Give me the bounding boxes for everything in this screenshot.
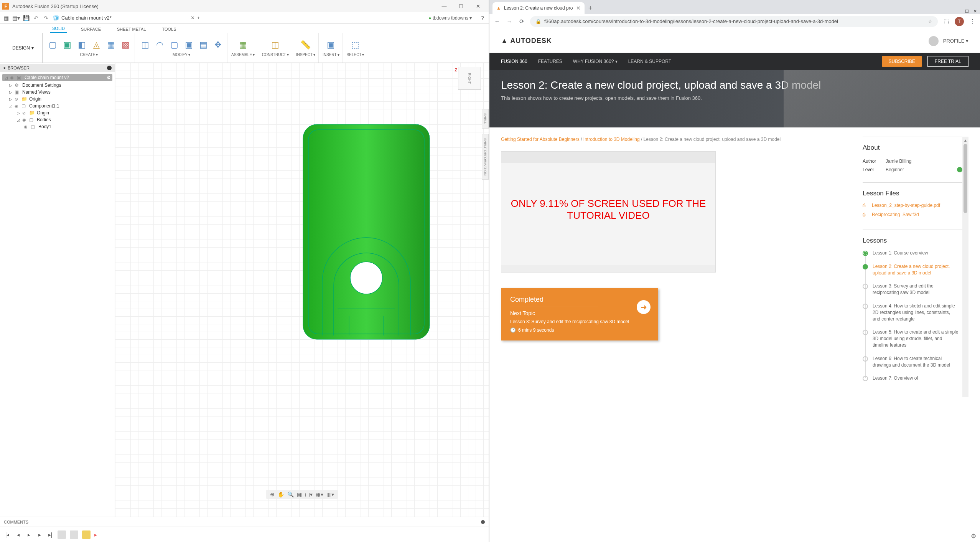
viewport[interactable]: Z RIGHT SHELL SHELF DEFORMATION ⊕ ✋ 🔍 bbox=[115, 63, 489, 517]
lesson-item[interactable]: Lesson 6: How to create technical drawin… bbox=[863, 355, 959, 368]
move-icon[interactable]: ✥ bbox=[212, 39, 224, 51]
profile-dropdown[interactable]: PROFILE ▾ bbox=[943, 38, 968, 44]
shell-icon[interactable]: ▢ bbox=[168, 39, 180, 51]
pan-icon[interactable]: ✋ bbox=[278, 491, 284, 497]
lesson-item[interactable]: Lesson 2: Create a new cloud project, up… bbox=[863, 263, 959, 276]
scroll-thumb[interactable] bbox=[964, 144, 967, 213]
ribbon-tab-surface[interactable]: SURFACE bbox=[79, 25, 103, 33]
ribbon-group-modify[interactable]: MODIFY ▾ bbox=[173, 53, 190, 57]
ribbon-group-create[interactable]: CREATE ▾ bbox=[80, 53, 98, 57]
side-tab-deform[interactable]: SHELF DEFORMATION bbox=[482, 134, 489, 180]
subscribe-button[interactable]: SUBSCRIBE bbox=[882, 56, 922, 67]
url-field[interactable]: 🔒 f360ap.autodesk.com/courses/introducti… bbox=[530, 16, 938, 27]
box-icon[interactable]: ▩ bbox=[119, 39, 132, 51]
next-arrow-icon[interactable]: ➜ bbox=[637, 300, 651, 314]
fit-icon[interactable]: ▦ bbox=[297, 491, 302, 497]
nav-features[interactable]: FEATURES bbox=[538, 59, 562, 64]
lesson-item[interactable]: Lesson 4: How to sketch and edit simple … bbox=[863, 303, 959, 322]
tree-bodies[interactable]: ◿◉▢Bodies bbox=[0, 116, 115, 123]
timeline-feature-3[interactable] bbox=[82, 530, 91, 539]
profile-avatar[interactable]: T bbox=[955, 17, 964, 26]
undo-icon[interactable]: ↶ bbox=[33, 15, 39, 21]
tree-body1[interactable]: ◉▢Body1 bbox=[0, 123, 115, 130]
close-tab-icon[interactable]: ✕ bbox=[191, 15, 195, 21]
new-tab-button[interactable]: + bbox=[585, 2, 596, 14]
tree-origin[interactable]: ▷⊘📁Origin bbox=[0, 96, 115, 102]
ribbon-group-assemble[interactable]: ASSEMBLE ▾ bbox=[231, 53, 255, 57]
timeline-feature-2[interactable] bbox=[70, 530, 78, 539]
display-icon[interactable]: ▢▾ bbox=[305, 491, 313, 497]
maximize-button[interactable]: ☐ bbox=[453, 0, 469, 12]
pin-icon[interactable] bbox=[107, 66, 112, 70]
page-scrollbar[interactable]: ▲ bbox=[962, 137, 968, 397]
save-icon[interactable]: 💾 bbox=[23, 15, 29, 21]
workspace-switcher[interactable]: DESIGN ▾ bbox=[7, 33, 39, 63]
model-3d[interactable] bbox=[299, 121, 433, 343]
autodesk-avatar[interactable] bbox=[929, 36, 939, 46]
file-menu-icon[interactable]: ▤▾ bbox=[13, 15, 19, 21]
timeline-back-icon[interactable]: ◂ bbox=[15, 532, 21, 538]
timeline-play-icon[interactable]: ▸ bbox=[25, 532, 32, 538]
construct-icon[interactable]: ◫ bbox=[269, 39, 282, 51]
extrude-icon[interactable]: ▣ bbox=[61, 39, 73, 51]
timeline-feature-1[interactable] bbox=[58, 530, 66, 539]
zoom-icon[interactable]: 🔍 bbox=[287, 491, 294, 497]
breadcrumb-2[interactable]: Introduction to 3D Modeling bbox=[583, 137, 640, 142]
insert-icon[interactable]: ▣ bbox=[325, 39, 337, 51]
lesson-item[interactable]: Lesson 3: Survey and edit the reciprocat… bbox=[863, 283, 959, 296]
comments-bar[interactable]: COMMENTS bbox=[0, 517, 489, 527]
nav-learn[interactable]: LEARN & SUPPORT bbox=[628, 59, 671, 64]
side-tab-shell[interactable]: SHELL bbox=[482, 109, 489, 129]
settings-gear-icon[interactable]: ⚙ bbox=[971, 532, 976, 540]
nav-why[interactable]: WHY FUSION 360? ▾ bbox=[573, 59, 618, 64]
autodesk-logo[interactable]: ▲ AUTODESK bbox=[501, 37, 552, 45]
ribbon-group-insert[interactable]: INSERT ▾ bbox=[323, 53, 339, 57]
ribbon-tab-sheetmetal[interactable]: SHEET METAL bbox=[115, 25, 148, 33]
combine-icon[interactable]: ▣ bbox=[183, 39, 195, 51]
ribbon-tab-solid[interactable]: SOLID bbox=[50, 25, 67, 33]
back-icon[interactable]: ← bbox=[493, 18, 501, 25]
timeline-end-icon[interactable]: ▸| bbox=[47, 532, 54, 538]
chrome-minimize-button[interactable]: — bbox=[956, 9, 960, 14]
redo-icon[interactable]: ↷ bbox=[43, 15, 49, 21]
viewcube[interactable]: RIGHT bbox=[458, 67, 481, 90]
help-icon[interactable]: ? bbox=[479, 15, 486, 21]
align-icon[interactable]: ▤ bbox=[197, 39, 209, 51]
ribbon-group-inspect[interactable]: INSPECT ▾ bbox=[296, 53, 315, 57]
tab-close-icon[interactable]: ✕ bbox=[576, 5, 581, 11]
assemble-icon[interactable]: ▦ bbox=[237, 39, 249, 51]
browser-tab[interactable]: ▲ Lesson 2: Create a new cloud pro ✕ bbox=[492, 2, 585, 14]
menu-icon[interactable]: ⋮ bbox=[968, 18, 976, 25]
lesson-item[interactable]: Lesson 1: Course overview bbox=[863, 250, 959, 256]
timeline-fwd-icon[interactable]: ▸ bbox=[36, 532, 43, 538]
bookmark-star-icon[interactable]: ☆ bbox=[928, 18, 932, 24]
orbit-icon[interactable]: ⊕ bbox=[270, 491, 275, 497]
tree-component[interactable]: ◿◉▢Component1:1 bbox=[0, 102, 115, 109]
breadcrumb-1[interactable]: Getting Started for Absolute Beginners bbox=[501, 137, 580, 142]
fillet-icon[interactable]: ◠ bbox=[153, 39, 166, 51]
ribbon-tab-tools[interactable]: TOOLS bbox=[160, 25, 178, 33]
presspull-icon[interactable]: ◫ bbox=[139, 39, 151, 51]
lesson-file[interactable]: ⎙Reciprocating_Saw.f3d bbox=[863, 212, 962, 217]
ribbon-group-construct[interactable]: CONSTRUCT ▾ bbox=[262, 53, 289, 57]
timeline-marker-icon[interactable]: ▸ bbox=[94, 532, 97, 538]
close-button[interactable]: ✕ bbox=[469, 0, 486, 12]
data-panel-icon[interactable]: ▦ bbox=[3, 15, 9, 21]
sketch-icon[interactable]: ▢ bbox=[46, 39, 59, 51]
grid-icon[interactable]: ▦▾ bbox=[316, 491, 323, 497]
chrome-close-button[interactable]: ✕ bbox=[973, 9, 977, 14]
lesson-item[interactable]: Lesson 5: How to create and edit a simpl… bbox=[863, 329, 959, 348]
nav-brand[interactable]: FUSION 360 bbox=[501, 59, 527, 64]
viewport-icon[interactable]: ▥▾ bbox=[326, 491, 334, 497]
tree-named-views[interactable]: ▷▣Named Views bbox=[0, 89, 115, 96]
select-icon[interactable]: ⬚ bbox=[349, 39, 362, 51]
comments-pin-icon[interactable] bbox=[481, 520, 485, 524]
chrome-maximize-button[interactable]: ☐ bbox=[965, 9, 969, 14]
minimize-button[interactable]: — bbox=[436, 0, 453, 12]
tree-root[interactable]: ◿◉▣Cable chain mount v2 ⚙ bbox=[2, 74, 112, 81]
lesson-file[interactable]: ⎙Lesson_2_step-by-step-guide.pdf bbox=[863, 203, 962, 208]
document-tab[interactable]: 🧊 Cable chain mount v2* ✕ + bbox=[53, 15, 200, 21]
reload-icon[interactable]: ⟳ bbox=[518, 18, 525, 25]
free-trial-button[interactable]: FREE TRIAL bbox=[927, 56, 968, 67]
new-tab-icon[interactable]: + bbox=[197, 15, 200, 21]
